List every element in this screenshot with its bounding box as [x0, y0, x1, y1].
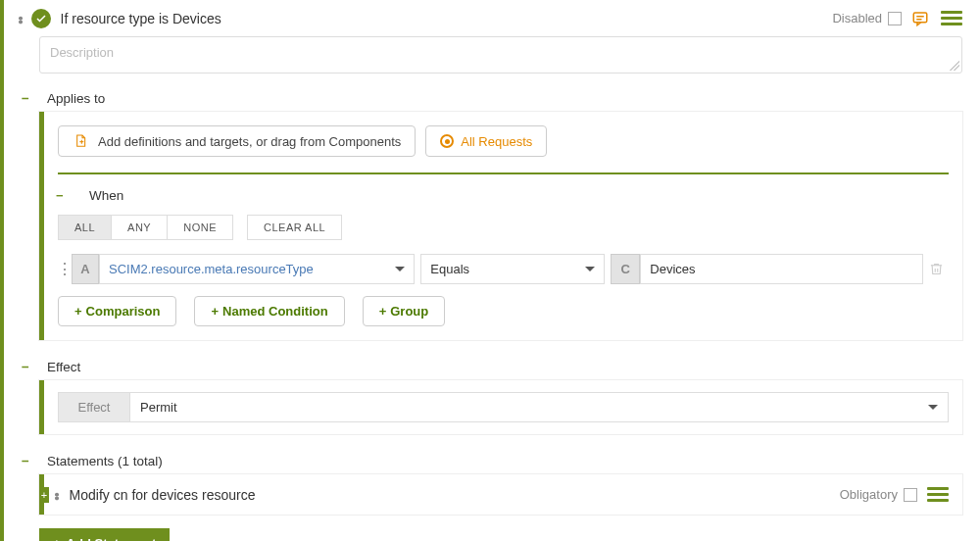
bullseye-icon	[440, 134, 454, 148]
operator-select[interactable]: Equals	[420, 254, 605, 284]
description-input[interactable]: Description	[39, 36, 962, 74]
collapse-toggle[interactable]: −	[22, 454, 33, 468]
disabled-label: Disabled	[832, 11, 882, 25]
effect-section: Effect Permit	[39, 380, 962, 434]
statement-menu-icon[interactable]	[927, 484, 949, 505]
add-statement-label: Add Statement	[67, 536, 157, 541]
divider	[58, 172, 949, 174]
effect-header: − Effect	[4, 360, 980, 380]
document-add-icon	[73, 133, 88, 149]
drag-handle-icon[interactable]	[13, 16, 28, 22]
rule-menu-icon[interactable]	[941, 8, 962, 28]
all-requests-label: All Requests	[461, 134, 532, 149]
add-comparison-button[interactable]: +Comparison	[58, 296, 176, 326]
all-requests-button[interactable]: All Requests	[425, 125, 547, 157]
add-group-label: Group	[390, 304, 428, 319]
effect-value: Permit	[140, 400, 177, 415]
collapse-toggle[interactable]: −	[22, 91, 33, 106]
applies-to-section: Add definitions and targets, or drag fro…	[39, 112, 962, 340]
clear-all-button[interactable]: CLEAR ALL	[247, 215, 342, 240]
attribute-badge: A	[72, 254, 99, 284]
add-statement-button[interactable]: +Add Statement	[39, 528, 170, 541]
statement-row[interactable]: + Modify cn for devices resource Obligat…	[39, 474, 962, 515]
add-group-button[interactable]: +Group	[363, 296, 446, 326]
add-definitions-label: Add definitions and targets, or drag fro…	[98, 134, 401, 149]
literal-badge: C	[611, 254, 640, 284]
statements-header: − Statements (1 total)	[4, 454, 980, 474]
obligatory-label: Obligatory	[840, 487, 898, 502]
comment-icon[interactable]	[911, 10, 929, 27]
applies-to-label: Applies to	[47, 91, 105, 106]
chevron-down-icon	[395, 267, 405, 271]
disabled-checkbox[interactable]	[888, 12, 902, 25]
svg-rect-0	[913, 13, 927, 23]
resize-handle-icon[interactable]	[950, 61, 959, 71]
match-mode-group: ALL ANY NONE	[58, 215, 233, 240]
add-named-condition-button[interactable]: +Named Condition	[194, 296, 344, 326]
delete-condition-button[interactable]	[923, 254, 949, 284]
value-input[interactable]: Devices	[640, 254, 923, 284]
add-named-condition-label: Named Condition	[222, 304, 328, 319]
insert-handle-icon[interactable]: +	[39, 487, 49, 503]
status-ok-icon	[31, 9, 51, 28]
chevron-down-icon	[928, 405, 938, 410]
when-collapse-toggle[interactable]: −	[56, 188, 68, 203]
add-definitions-button[interactable]: Add definitions and targets, or drag fro…	[58, 125, 416, 157]
drag-handle-icon[interactable]	[49, 492, 65, 498]
match-mode-any[interactable]: ANY	[112, 216, 168, 239]
effect-select[interactable]: Permit	[130, 392, 949, 422]
description-placeholder: Description	[50, 45, 114, 60]
operator-value: Equals	[430, 262, 469, 276]
match-mode-none[interactable]: NONE	[168, 216, 232, 239]
rule-header: If resource type is Devices Disabled	[4, 0, 980, 36]
statements-section-label: Statements (1 total)	[47, 454, 163, 468]
condition-row: ⋮ A SCIM2.resource.meta.resourceType Equ…	[58, 254, 949, 284]
condition-value: Devices	[650, 262, 695, 276]
statement-title: Modify cn for devices resource	[70, 487, 840, 503]
attribute-select[interactable]: SCIM2.resource.meta.resourceType	[99, 254, 415, 284]
attribute-value: SCIM2.resource.meta.resourceType	[109, 262, 314, 276]
effect-section-label: Effect	[47, 360, 80, 374]
effect-field-label: Effect	[58, 392, 130, 422]
when-label: When	[89, 188, 123, 203]
applies-to-header: − Applies to	[4, 91, 980, 112]
obligatory-checkbox[interactable]	[904, 488, 917, 502]
rule-title[interactable]: If resource type is Devices	[61, 11, 833, 26]
add-comparison-label: Comparison	[86, 304, 161, 319]
collapse-toggle[interactable]: −	[22, 360, 33, 374]
match-mode-all[interactable]: ALL	[59, 216, 112, 239]
chevron-down-icon	[585, 267, 595, 271]
condition-drag-handle[interactable]: ⋮	[58, 254, 72, 284]
